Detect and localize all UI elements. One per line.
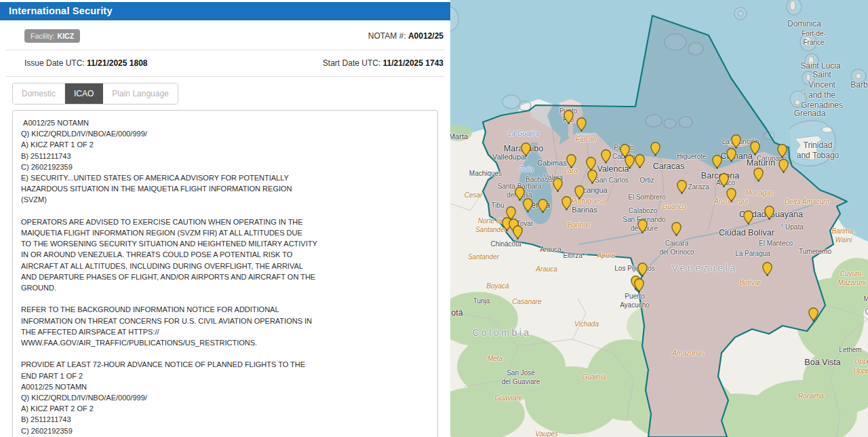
map-pin[interactable]	[561, 196, 572, 210]
map-pin[interactable]	[726, 148, 736, 162]
pin-icon	[564, 111, 572, 124]
pin-icon	[777, 145, 786, 157]
pin-icon	[637, 263, 646, 276]
pin-icon	[523, 199, 532, 212]
pin-icon	[743, 211, 752, 224]
pin-icon	[671, 223, 680, 235]
map-pin[interactable]	[637, 219, 648, 233]
map-pin[interactable]	[726, 188, 736, 202]
map-pin[interactable]	[553, 178, 563, 192]
pin-icon	[719, 174, 728, 186]
pin-icon	[566, 155, 575, 168]
map-pin[interactable]	[625, 155, 635, 169]
pin-icon	[753, 168, 762, 180]
map-pin[interactable]	[513, 225, 523, 240]
map-pin[interactable]	[750, 141, 760, 155]
pin-icon	[538, 200, 547, 212]
pin-icon	[634, 279, 643, 292]
pin-icon	[521, 143, 530, 156]
tab-domestic[interactable]: Domestic	[13, 83, 65, 104]
map-pin[interactable]	[564, 110, 574, 124]
map-pin[interactable]	[743, 210, 753, 225]
pin-icon	[726, 189, 735, 202]
map-pin[interactable]	[777, 144, 787, 158]
pin-icon	[574, 186, 583, 199]
tab-icao[interactable]: ICAO	[65, 83, 103, 104]
notam-number: NOTAM #: A0012/25	[368, 31, 443, 41]
pin-icon	[677, 180, 686, 193]
pin-icon	[561, 197, 570, 210]
notam-detail-panel: International Security Facility: KICZ NO…	[0, 0, 450, 437]
map-pin[interactable]	[523, 198, 533, 212]
map-pin[interactable]	[574, 185, 585, 200]
pin-icon	[778, 159, 787, 172]
pin-icon	[731, 135, 740, 148]
map-pin[interactable]	[712, 155, 722, 169]
pin-icon	[808, 308, 817, 321]
notam-text-box: A0012/25 NOTAMN Q) KICZ/QRDLD/IV/NBO/AE/…	[12, 110, 438, 437]
pin-icon	[750, 142, 759, 155]
map-pin[interactable]	[566, 154, 576, 168]
notam-viewer: International Security Facility: KICZ NO…	[0, 0, 868, 437]
facility-label: Facility:	[31, 32, 55, 40]
issue-date: Issue Date UTC: 11/21/2025 1808	[24, 58, 147, 68]
map-pin[interactable]	[731, 134, 741, 149]
page-title: International Security	[0, 2, 450, 20]
pin-icon	[650, 142, 659, 155]
map-pin[interactable]	[634, 278, 644, 292]
map-pin[interactable]	[576, 117, 587, 132]
facility-badge: Facility: KICZ	[24, 29, 80, 43]
pin-icon	[762, 263, 771, 276]
map-pin[interactable]	[808, 307, 818, 322]
format-tabs: Domestic ICAO Plain Language	[12, 83, 178, 104]
pin-icon	[586, 157, 595, 170]
notam-text: A0012/25 NOTAMN Q) KICZ/QRDLD/IV/NBO/AE/…	[21, 117, 429, 437]
pin-icon	[587, 170, 596, 183]
map-pin[interactable]	[719, 173, 729, 187]
start-date: Start Date UTC: 11/21/2025 1743	[323, 58, 443, 68]
map-pin[interactable]	[677, 180, 687, 194]
pin-icon	[726, 149, 735, 162]
map-pin[interactable]	[587, 170, 597, 184]
pin-icon	[712, 155, 721, 168]
pin-icon	[635, 155, 644, 168]
map-pin[interactable]	[650, 142, 660, 156]
map-pin[interactable]	[764, 206, 774, 220]
pin-icon	[576, 118, 585, 131]
map-pin[interactable]	[671, 222, 682, 236]
map-pin[interactable]	[753, 168, 764, 182]
pin-icon	[553, 178, 561, 191]
pin-icon	[601, 150, 610, 163]
map-pin[interactable]	[778, 159, 789, 173]
map-pin[interactable]	[538, 199, 548, 213]
tab-plain-language[interactable]: Plain Language	[103, 83, 177, 104]
notam-number-label: NOTAM #:	[368, 31, 406, 41]
map-pin[interactable]	[637, 263, 648, 277]
map-pin[interactable]	[635, 154, 645, 168]
notam-number-value: A0012/25	[408, 31, 443, 41]
facility-value: KICZ	[58, 32, 75, 40]
map-pin[interactable]	[521, 142, 531, 157]
pin-icon	[513, 226, 521, 239]
pin-icon	[764, 206, 773, 219]
divider	[5, 76, 445, 77]
map-canvas[interactable]: MartaValleduparMachiquesLa GuajiraMaraca…	[450, 0, 868, 437]
map-pin[interactable]	[762, 262, 772, 276]
map-pin[interactable]	[586, 157, 596, 171]
map-pin[interactable]	[601, 149, 611, 164]
pin-icon	[625, 155, 633, 168]
pin-icon	[637, 220, 646, 233]
